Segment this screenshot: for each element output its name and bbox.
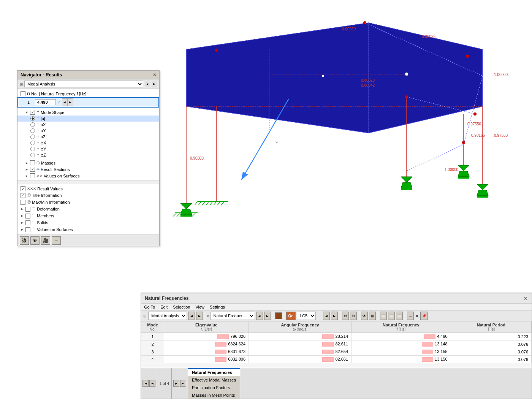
prev-analysis-btn[interactable]: ◄ xyxy=(145,81,150,87)
next-tab-btn[interactable]: ► xyxy=(173,380,179,387)
table-btn3[interactable]: ☰ xyxy=(396,312,403,320)
first-tab-btn[interactable]: |◄ xyxy=(142,380,149,387)
analysis-dropdown[interactable]: Modal Analysis xyxy=(24,81,143,87)
menu-settings[interactable]: Settings xyxy=(210,304,225,310)
frequency-checkbox[interactable] xyxy=(21,91,25,96)
next-analysis-btn[interactable]: ► xyxy=(152,81,157,87)
next-lc-btn[interactable]: ► xyxy=(331,312,338,320)
component-uz[interactable]: ⊓ uZ xyxy=(17,134,159,140)
radio-phiz[interactable] xyxy=(30,153,35,157)
undo-btn[interactable]: ↺ xyxy=(342,312,349,320)
prev-result-btn[interactable]: ◄ xyxy=(256,312,263,320)
settings-btn[interactable]: → xyxy=(52,236,61,245)
svg-marker-31 xyxy=(401,182,412,188)
frequency-header-row: ⊓ No. | Natural Frequency f [Hz] xyxy=(17,90,159,97)
values-surfaces2-checkbox[interactable] xyxy=(25,227,30,232)
mode-shape-group[interactable]: ▼ ⊓ Mode Shape xyxy=(17,109,159,116)
view-btn1[interactable]: 👁 xyxy=(361,312,368,320)
tab-natural-frequencies[interactable]: Natural Frequencies xyxy=(188,368,240,376)
results-toolbar: ⊞ Modal Analysis ◄ ► ≈ Natural Frequen..… xyxy=(141,311,532,321)
camera-btn[interactable]: 🎥 xyxy=(41,236,50,245)
component-uy[interactable]: ⊓ uY xyxy=(17,128,159,134)
tab-effective-modal-masses[interactable]: Effective Modal Masses xyxy=(188,376,240,383)
analysis-select[interactable]: Modal Analysis xyxy=(148,312,187,320)
prev-analysis-toolbar-btn[interactable]: ◄ xyxy=(188,312,195,320)
lc-dots: ... xyxy=(318,314,321,318)
radio-uz[interactable] xyxy=(30,135,35,139)
table-btn1[interactable]: ☰ xyxy=(380,312,387,320)
radio-u-abs[interactable] xyxy=(30,116,35,121)
menu-selection[interactable]: Selection xyxy=(173,304,190,310)
render-btn[interactable]: 🖼 xyxy=(20,236,29,245)
qe-btn[interactable]: Qe xyxy=(286,312,296,320)
solids-checkbox[interactable] xyxy=(25,220,30,225)
svg-text:0.00028: 0.00028 xyxy=(422,35,436,39)
members-expand: ► xyxy=(21,214,24,218)
solids-icon: ⌒ xyxy=(32,220,36,225)
color-box-btn[interactable] xyxy=(275,312,282,319)
svg-text:Y: Y xyxy=(276,141,279,145)
values-on-surfaces-group[interactable]: ► ✕✕ Values on Surfaces xyxy=(17,173,159,179)
next-freq-btn[interactable]: ► xyxy=(68,99,73,106)
result-type-select[interactable]: Natural Frequen... xyxy=(211,312,255,320)
menu-goto[interactable]: Go To xyxy=(144,304,155,310)
table-row[interactable]: 46832.80682.66113.1560.076 xyxy=(141,356,532,363)
result-sections-icon: ✏ xyxy=(36,167,40,171)
col-period: Natural Period T [s] xyxy=(451,321,531,333)
more-options: » xyxy=(416,313,418,318)
members-group[interactable]: ► ⌒ Members xyxy=(17,212,159,219)
deformation-checkbox[interactable] xyxy=(25,207,30,212)
col-natural-freq: Natural Frequency f [Hz] xyxy=(352,321,451,333)
result-values-row[interactable]: ✕✕✕ Result Values xyxy=(17,185,159,192)
members-checkbox[interactable] xyxy=(25,214,30,218)
menu-edit[interactable]: Edit xyxy=(160,304,168,310)
component-ux[interactable]: ⊓ uX xyxy=(17,122,159,128)
solids-group[interactable]: ► ⌒ Solids xyxy=(17,219,159,226)
masses-checkbox[interactable] xyxy=(30,160,35,165)
maxmin-information-row[interactable]: Ⓜ Max/Min Information xyxy=(17,199,159,206)
next-result-btn[interactable]: ► xyxy=(264,312,271,320)
mode-shape-icon: ⊓ xyxy=(36,110,40,114)
maxmin-checkbox[interactable] xyxy=(21,200,25,205)
view-btn2[interactable]: ⊞ xyxy=(369,312,376,320)
component-phix[interactable]: ⊓ φX xyxy=(17,140,159,146)
title-information-row[interactable]: Ⓣ Title Information xyxy=(17,192,159,199)
table-row[interactable]: 1796.02628.2144.4900.223 xyxy=(141,333,532,340)
table-btn2[interactable]: ☰ xyxy=(388,312,395,320)
masses-group[interactable]: ► ⬡ Masses xyxy=(17,160,159,166)
lc-select[interactable]: LC5 xyxy=(297,312,316,320)
tab-masses-in-mesh-points[interactable]: Masses in Mesh Points xyxy=(188,391,240,399)
redo-btn[interactable]: ↻ xyxy=(350,312,357,320)
radio-phix[interactable] xyxy=(30,141,35,145)
values-surfaces-checkbox[interactable] xyxy=(30,173,35,178)
table-row[interactable]: 36831.67382.65413.1550.076 xyxy=(141,348,532,356)
result-values-checkbox[interactable] xyxy=(21,186,25,191)
deformation-group[interactable]: ► ⌒ Deformation xyxy=(17,206,159,212)
close-button[interactable]: ✕ xyxy=(153,73,156,78)
prev-tab-btn[interactable]: ◄ xyxy=(149,380,155,387)
result-sections-group[interactable]: ► ✏ Result Sections xyxy=(17,166,159,173)
results-close-btn[interactable]: ✕ xyxy=(523,295,528,301)
radio-ux[interactable] xyxy=(30,122,35,127)
visibility-btn[interactable]: 👁 xyxy=(30,236,40,245)
pin-btn[interactable]: 📌 xyxy=(420,312,428,320)
mode-shape-checkbox[interactable] xyxy=(30,110,35,115)
menu-view[interactable]: View xyxy=(195,304,204,310)
component-u-abs[interactable]: ⊓ |u| xyxy=(17,116,159,122)
svg-text:0.98165: 0.98165 xyxy=(471,133,485,138)
title-info-checkbox[interactable] xyxy=(21,193,25,198)
tab-participation-factors[interactable]: Participation Factors xyxy=(188,383,240,391)
component-phiy[interactable]: ⊓ φY xyxy=(17,146,159,152)
component-phiz[interactable]: ⊓ φZ xyxy=(17,152,159,158)
last-tab-btn[interactable]: ►| xyxy=(180,380,186,387)
radio-uy[interactable] xyxy=(30,128,35,133)
result-sections-checkbox[interactable] xyxy=(30,167,35,172)
prev-freq-btn[interactable]: ◄ xyxy=(62,99,68,106)
prev-lc-btn[interactable]: ◄ xyxy=(323,312,330,320)
radio-phiy[interactable] xyxy=(30,147,35,151)
members-label: Members xyxy=(37,214,54,218)
values-on-surfaces2-group[interactable]: ► ⌒ Values on Surfaces xyxy=(17,226,159,233)
export-btn[interactable]: → xyxy=(407,312,414,320)
next-analysis-toolbar-btn[interactable]: ► xyxy=(196,312,203,320)
table-row[interactable]: 26824.62482.61113.1480.076 xyxy=(141,340,532,348)
